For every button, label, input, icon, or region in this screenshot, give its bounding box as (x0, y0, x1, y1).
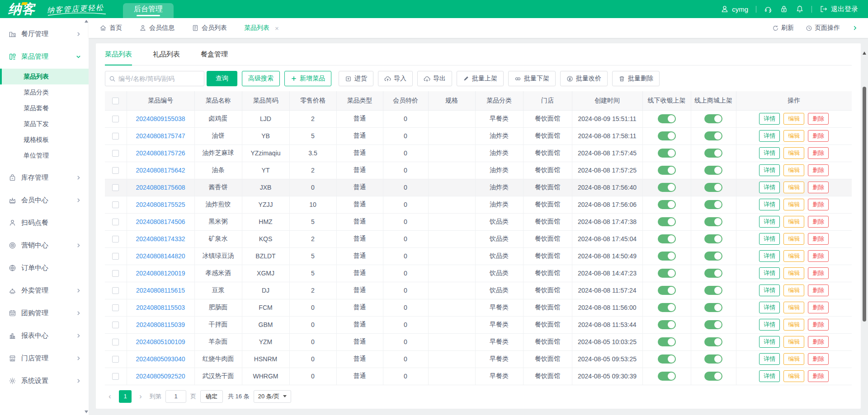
sidebar-subitem[interactable]: 规格模板 (0, 132, 89, 148)
toolbar-button[interactable]: 导入 (378, 71, 413, 86)
edit-button[interactable]: 编辑 (783, 336, 804, 348)
delete-button[interactable]: 删除 (808, 302, 829, 313)
goto-confirm-button[interactable]: 确定 (200, 390, 223, 403)
product-id-link[interactable]: 20240808120019 (136, 270, 185, 277)
scroll-up-icon[interactable] (863, 51, 866, 55)
pos-shelf-toggle[interactable] (658, 131, 676, 140)
edit-button[interactable]: 编辑 (783, 216, 804, 228)
delete-button[interactable]: 删除 (808, 250, 829, 262)
delete-button[interactable]: 删除 (808, 216, 829, 228)
pos-shelf-toggle[interactable] (658, 183, 676, 192)
row-checkbox[interactable] (112, 201, 119, 208)
mall-shelf-toggle[interactable] (704, 269, 722, 278)
mall-shelf-toggle[interactable] (704, 372, 722, 381)
sidebar-item[interactable]: 门店管理 (0, 347, 89, 369)
toolbar-button[interactable]: 导出 (417, 71, 452, 86)
mall-shelf-toggle[interactable] (704, 131, 722, 140)
open-page-tab[interactable]: 会员列表 (192, 24, 227, 32)
toolbar-button[interactable]: 高级搜索 (242, 71, 280, 86)
delete-button[interactable]: 删除 (808, 353, 829, 365)
scroll-up-icon[interactable] (85, 20, 88, 23)
page-size-select[interactable]: 20 条/页 (254, 390, 292, 403)
sidebar-item[interactable]: 系统设置 (0, 369, 89, 392)
query-button[interactable]: 查询 (207, 71, 237, 86)
sidebar-subitem[interactable]: 菜品下发 (0, 116, 89, 132)
close-icon[interactable]: × (275, 24, 279, 32)
mall-shelf-toggle[interactable] (704, 252, 722, 261)
pos-shelf-toggle[interactable] (658, 337, 676, 346)
mall-shelf-toggle[interactable] (704, 354, 722, 364)
row-checkbox[interactable] (112, 116, 119, 122)
product-id-link[interactable]: 20240809155038 (136, 115, 185, 122)
sidebar-subitem[interactable]: 菜品列表 (0, 69, 89, 84)
product-id-link[interactable]: 20240808175525 (136, 201, 185, 208)
product-id-link[interactable]: 20240808175726 (136, 149, 185, 157)
product-id-link[interactable]: 20240805092520 (136, 373, 185, 380)
row-checkbox[interactable] (112, 304, 119, 311)
pos-shelf-toggle[interactable] (658, 149, 676, 158)
pos-shelf-toggle[interactable] (658, 114, 676, 123)
delete-button[interactable]: 删除 (808, 284, 829, 296)
row-checkbox[interactable] (112, 167, 119, 174)
sidebar-item[interactable]: 餐厅管理 (0, 23, 89, 45)
mall-shelf-toggle[interactable] (704, 200, 722, 209)
next-page-icon[interactable]: › (136, 392, 146, 401)
row-checkbox[interactable] (112, 184, 119, 191)
pos-shelf-toggle[interactable] (658, 269, 676, 278)
lock-icon[interactable] (780, 5, 788, 13)
row-checkbox[interactable] (112, 322, 119, 328)
row-checkbox[interactable] (112, 253, 119, 260)
edit-button[interactable]: 编辑 (783, 370, 804, 382)
delete-button[interactable]: 删除 (808, 370, 829, 382)
pos-shelf-toggle[interactable] (658, 200, 676, 209)
detail-button[interactable]: 详情 (759, 336, 780, 348)
delete-button[interactable]: 删除 (808, 199, 829, 210)
prev-page-icon[interactable]: ‹ (105, 392, 115, 401)
sidebar-item[interactable]: 营销中心 (0, 234, 89, 256)
sidebar-item[interactable]: 外卖管理 (0, 279, 89, 302)
product-id-link[interactable]: 20240808144820 (136, 252, 185, 260)
mall-shelf-toggle[interactable] (704, 114, 722, 123)
product-id-link[interactable]: 20240808175642 (136, 167, 185, 174)
refresh-button[interactable]: 刷新 (772, 24, 794, 32)
delete-button[interactable]: 删除 (808, 147, 829, 159)
goto-page-input[interactable] (165, 390, 186, 403)
sidebar-subitem[interactable]: 单位管理 (0, 148, 89, 163)
edit-button[interactable]: 编辑 (783, 199, 804, 210)
detail-button[interactable]: 详情 (759, 130, 780, 142)
logout-button[interactable]: 退出登录 (820, 5, 858, 14)
edit-button[interactable]: 编辑 (783, 182, 804, 193)
content-scrollbar[interactable] (863, 51, 867, 410)
product-id-link[interactable]: 20240808115039 (136, 321, 185, 328)
product-id-link[interactable]: 20240808175747 (136, 132, 185, 140)
pos-shelf-toggle[interactable] (658, 252, 676, 261)
mall-shelf-toggle[interactable] (704, 337, 722, 346)
row-checkbox[interactable] (112, 339, 119, 345)
delete-button[interactable]: 删除 (808, 336, 829, 348)
open-page-tab[interactable]: 会员信息 (139, 24, 175, 32)
row-checkbox[interactable] (112, 219, 119, 225)
delete-button[interactable]: 删除 (808, 113, 829, 125)
sub-tab[interactable]: 菜品列表 (105, 50, 132, 65)
edit-button[interactable]: 编辑 (783, 302, 804, 313)
edit-button[interactable]: 编辑 (783, 353, 804, 365)
delete-button[interactable]: 删除 (808, 233, 829, 245)
sidebar-item[interactable]: 订单中心 (0, 256, 89, 279)
edit-button[interactable]: 编辑 (783, 284, 804, 296)
pos-shelf-toggle[interactable] (658, 217, 676, 226)
edit-button[interactable]: 编辑 (783, 147, 804, 159)
pos-shelf-toggle[interactable] (658, 234, 676, 243)
open-page-tab[interactable]: 首页 (99, 24, 122, 32)
detail-button[interactable]: 详情 (759, 199, 780, 210)
detail-button[interactable]: 详情 (759, 164, 780, 176)
pos-shelf-toggle[interactable] (658, 166, 676, 175)
detail-button[interactable]: 详情 (759, 250, 780, 262)
sidebar-item[interactable]: 会员中心 (0, 189, 89, 211)
sidebar-item[interactable]: 扫码点餐 (0, 211, 89, 234)
delete-button[interactable]: 删除 (808, 164, 829, 176)
product-id-link[interactable]: 20240808175608 (136, 184, 185, 191)
toolbar-button[interactable]: 新增菜品 (284, 71, 331, 86)
row-checkbox[interactable] (112, 287, 119, 294)
pos-shelf-toggle[interactable] (658, 320, 676, 329)
chevron-right-icon[interactable] (852, 25, 858, 31)
